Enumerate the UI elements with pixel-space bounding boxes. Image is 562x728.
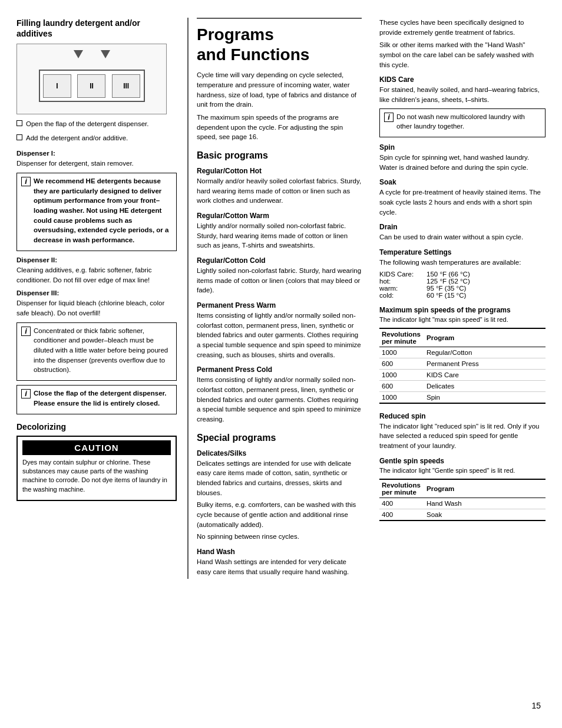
program-regular-cotton-hot: Regular/Cotton Hot Normally and/or heavi… [197, 167, 362, 206]
checkbox-box-1 [16, 120, 22, 126]
temp-row-cold: cold: 60 °F (15 °C) [379, 292, 546, 299]
prog-title-2: Regular/Cotton Cold [197, 256, 362, 265]
drain-text: Can be used to drain water without a spi… [379, 232, 546, 242]
info-icon-1: i [21, 177, 31, 186]
checkbox-add-detergent: Add the detergent and/or additive. [16, 133, 177, 146]
prog-text-3: Items consisting of lightly and/or norma… [197, 311, 362, 360]
temp-value-warm: 95 °F (35 °C) [427, 285, 546, 292]
info-icon-3: i [21, 389, 31, 398]
info-he-text: We recommend HE detergents because they … [34, 176, 172, 245]
max-spin-prog-4: Spin [427, 391, 546, 403]
checkbox-box-2 [16, 134, 22, 140]
gentle-spin-prog-0: Hand Wash [427, 498, 546, 509]
max-spin-row-2: 1000 KIDS Care [379, 369, 546, 380]
max-spin-title: Maximum spin speeds of the programs [379, 306, 546, 314]
special-prog-title-0: Delicates/Silks [197, 449, 362, 457]
special-prog-text-1: Hand Wash settings are intended for very… [197, 557, 362, 577]
gentle-spin-table: Revolutionsper minute Program 400 Hand W… [379, 479, 546, 521]
program-regular-cotton-cold: Regular/Cotton Cold Lightly soiled non-c… [197, 256, 362, 295]
special-programs-list: Delicates/Silks Delicates settings are i… [197, 449, 362, 577]
dispenser-slot-1: I [43, 74, 71, 98]
dispenser3-label-text: Dispenser III: [16, 289, 59, 297]
arrow-icon-1 [74, 50, 83, 58]
prog-title-0: Regular/Cotton Hot [197, 167, 362, 175]
temp-table: KIDS Care: 150 °F (66 °C) hot: 125 °F (5… [379, 271, 546, 299]
dispenser1-text: Dispenser for detergent, stain remover. [16, 159, 177, 169]
info-box-concentrated: i Concentrated or thick fabric softener,… [16, 322, 177, 381]
page-layout: Filling laundry detergent and/or additiv… [16, 18, 546, 579]
page-number: 15 [531, 701, 541, 710]
basic-programs-list: Regular/Cotton Hot Normally and/or heavi… [197, 167, 362, 424]
max-spin-table: Revolutionsper minute Program 1000 Regul… [379, 328, 546, 404]
spin-title: Spin [379, 143, 546, 151]
special-prog-text-0c: No spinning between rinse cycles. [197, 532, 362, 542]
temp-row-warm: warm: 95 °F (35 °C) [379, 285, 546, 292]
temp-settings-intro: The following wash temperatures are avai… [379, 258, 546, 268]
kids-care-text: For stained, heavily soiled, and hard–we… [379, 85, 546, 104]
info-close-flap-text: Close the flap of the detergent dispense… [34, 388, 172, 408]
max-spin-header-row: Revolutionsper minute Program [379, 328, 546, 347]
special-prog-text-0: Delicates settings are intended for use … [197, 459, 362, 498]
checkbox-open-flap: Open the flap of the detergent dispenser… [16, 119, 177, 131]
decolorizing-title: Decolorizing [16, 421, 177, 432]
program-hand-wash: Hand Wash Hand Wash settings are intende… [197, 548, 362, 577]
max-spin-rpm-4: 1000 [379, 391, 427, 403]
max-spin-prog-1: Permanent Press [427, 358, 546, 369]
info-icon-2: i [21, 327, 31, 336]
temp-label-cold: cold: [379, 292, 427, 299]
max-spin-header-rpm: Revolutionsper minute [379, 328, 427, 347]
program-delicates-silks: Delicates/Silks Delicates settings are i… [197, 449, 362, 542]
max-spin-prog-2: KIDS Care [427, 369, 546, 380]
basic-programs-title: Basic programs [197, 150, 362, 161]
temp-value-cold: 60 °F (15 °C) [427, 292, 546, 299]
program-regular-cotton-warm: Regular/Cotton Warm Lightly and/or norma… [197, 212, 362, 251]
dispenser1-label-text: Dispenser I: [16, 150, 55, 157]
prog-text-4: Items consisting of lightly and/or norma… [197, 375, 362, 424]
prog-title-3: Permanent Press Warm [197, 301, 362, 309]
spin-speed-text: The maximum spin speeds of the programs … [197, 113, 362, 142]
prog-title-1: Regular/Cotton Warm [197, 212, 362, 220]
gentle-spin-row-0: 400 Hand Wash [379, 498, 546, 509]
caution-container: CAUTION Dyes may contain sulphur or chlo… [16, 436, 177, 502]
gentle-spin-prog-1: Soak [427, 509, 546, 521]
filling-section-title: Filling laundry detergent and/or additiv… [16, 18, 177, 39]
dispenser2-label-text: Dispenser II: [16, 256, 57, 263]
max-spin-prog-0: Regular/Cotton [427, 347, 546, 358]
arrow-icon-2 [101, 50, 110, 58]
kids-care-info-text: Do not wash new multicolored laundry wit… [396, 112, 541, 131]
info-concentrated-text: Concentrated or thick fabric softener, c… [34, 326, 172, 375]
gentle-spin-row-1: 400 Soak [379, 509, 546, 521]
gentle-spin-header-program: Program [427, 479, 546, 498]
gentle-spin-note: The indicator light "Gentle spin speed" … [379, 466, 546, 476]
reduced-spin-text: The indicator light "reduced spin" is li… [379, 421, 546, 451]
spin-text: Spin cycle for spinning wet, hand washed… [379, 153, 546, 172]
dispenser2-text: Cleaning additives, e.g. fabric softener… [16, 265, 177, 285]
max-spin-row-3: 600 Delicates [379, 380, 546, 391]
temp-value-hot: 125 °F (52 °C) [427, 278, 546, 285]
drain-title: Drain [379, 223, 546, 231]
soak-title: Soak [379, 178, 546, 186]
special-programs-title: Special programs [197, 433, 362, 443]
temp-settings-title: Temperature Settings [379, 248, 546, 256]
max-spin-row-0: 1000 Regular/Cotton [379, 347, 546, 358]
info-box-he: i We recommend HE detergents because the… [16, 173, 177, 251]
info-icon-kids: i [384, 113, 394, 122]
special-prog-title-1: Hand Wash [197, 548, 362, 556]
right-intro-text: These cycles have been specifically desi… [379, 18, 546, 37]
appliance-diagram: I II III [16, 44, 167, 114]
intro-text: Cycle time will vary depending on cycle … [197, 70, 362, 110]
dispenser3-text: Dispenser for liquid bleach (chlorine bl… [16, 298, 177, 318]
dispenser2-label: Dispenser II: [16, 255, 177, 265]
info-box-close-flap: i Close the flap of the detergent dispen… [16, 385, 177, 414]
main-title: Programsand Functions [197, 25, 362, 64]
max-spin-rpm-1: 600 [379, 358, 427, 369]
gentle-spin-rpm-0: 400 [379, 498, 427, 509]
gentle-spin-header-rpm: Revolutionsper minute [379, 479, 427, 498]
gentle-spin-header-row: Revolutionsper minute Program [379, 479, 546, 498]
temp-row-hot: hot: 125 °F (52 °C) [379, 278, 546, 285]
dispenser-arrows [74, 50, 110, 58]
temp-row-kids: KIDS Care: 150 °F (66 °C) [379, 271, 546, 278]
gentle-spin-title: Gentle spin speeds [379, 457, 546, 465]
prog-title-4: Permanent Press Cold [197, 365, 362, 374]
max-spin-prog-3: Delicates [427, 380, 546, 391]
